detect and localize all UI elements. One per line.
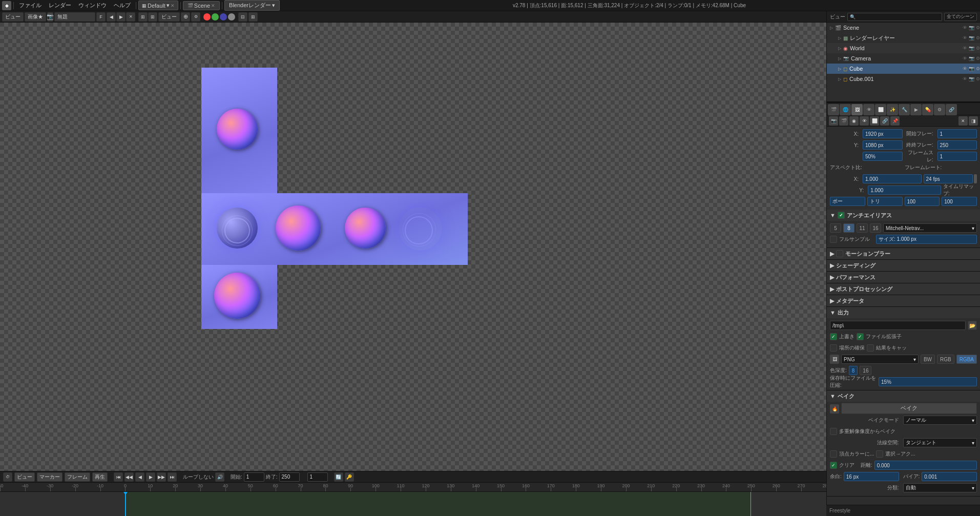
stamp-v1[interactable]: 100	[905, 197, 940, 206]
stamp-v2[interactable]: 100	[942, 197, 977, 206]
antialias-checkbox[interactable]: ✓	[838, 212, 845, 219]
depth-8-btn[interactable]: 8	[849, 366, 858, 375]
render-icon-render[interactable]: 🎬	[839, 116, 848, 126]
postprocessing-header[interactable]: ▶ ポストプロセッシング	[827, 283, 980, 295]
timeline-view-btn[interactable]: ビュー	[14, 472, 35, 482]
keyframe-btn[interactable]: 🔑	[345, 472, 354, 482]
current-frame-field[interactable]: 1	[307, 472, 328, 482]
extra-btn1[interactable]: ⊟	[238, 12, 247, 22]
bias-value[interactable]: 0.001	[922, 472, 977, 481]
output-header[interactable]: ▼ 出力	[827, 307, 980, 318]
timeline-track[interactable]	[0, 492, 826, 516]
tab-particles[interactable]: ✨	[887, 104, 898, 115]
nav-btn2[interactable]: ▶	[116, 12, 126, 22]
menu-file[interactable]: ファイル	[16, 1, 45, 10]
play-btn[interactable]: ▶	[146, 472, 155, 482]
render-icon-world[interactable]: ◉	[849, 116, 859, 126]
aspect-x-value[interactable]: 1.000	[863, 174, 922, 183]
aspect-y-value[interactable]: 1.000	[868, 185, 941, 195]
res-percent-value[interactable]: 50%	[863, 152, 903, 161]
settings-btn[interactable]: ⚙	[191, 12, 200, 22]
play-prev-btn[interactable]: ◀	[135, 472, 144, 482]
performance-header[interactable]: ▶ パフォーマンス	[827, 272, 980, 283]
color-red[interactable]	[203, 13, 211, 20]
outliner-filter[interactable]: 全てのシーン	[944, 13, 977, 21]
nav-btn1[interactable]: ◀	[107, 12, 116, 22]
image-icon[interactable]: 📷	[47, 12, 53, 22]
stamp-val1[interactable]: ポー	[830, 197, 865, 206]
play-start-btn[interactable]: ⏮	[114, 472, 123, 482]
panel-expand-btn[interactable]: ◨	[969, 116, 978, 126]
clear-checkbox[interactable]: ✓	[830, 462, 837, 469]
tab-render[interactable]: 🎬	[828, 104, 839, 115]
outliner-scene[interactable]: ▷ 🎬 Scene 👁 📷 ⚙	[827, 23, 980, 33]
outliner-cube001[interactable]: ▷ ◻ Cube.001 👁 📷 ⚙	[827, 74, 980, 84]
aa-16[interactable]: 16	[870, 223, 881, 233]
render-icon-extra[interactable]: 📌	[890, 116, 900, 126]
image-btn[interactable]: 画像★	[25, 12, 46, 22]
timeline-marker-btn[interactable]: マーカー	[37, 472, 62, 482]
outliner-search[interactable]: 🔍	[847, 13, 942, 21]
aa-5[interactable]: 5	[830, 223, 841, 233]
distance-value[interactable]: 0.000	[874, 461, 977, 470]
render-icon-link[interactable]: 🔗	[880, 116, 889, 126]
cache-checkbox[interactable]	[867, 344, 874, 352]
nav-btn3[interactable]: ✕	[126, 12, 135, 22]
rgb-btn[interactable]: RGB	[937, 355, 954, 364]
view-btn[interactable]: ビュー	[2, 12, 24, 22]
placeholders-checkbox[interactable]	[830, 344, 837, 352]
aa-8[interactable]: 8	[843, 223, 854, 233]
color-blue[interactable]	[220, 13, 227, 20]
menu-render[interactable]: レンダー	[46, 1, 74, 10]
file-ext-checkbox[interactable]: ✓	[857, 333, 864, 340]
bake-mode-select[interactable]: ノーマル ▾	[903, 416, 977, 425]
normal-space-select[interactable]: タンジェント ▾	[903, 438, 977, 447]
tab-output[interactable]: 🖼	[851, 104, 863, 115]
color-green[interactable]	[212, 13, 219, 20]
overwrite-checkbox[interactable]: ✓	[830, 333, 837, 340]
bake-button[interactable]: ベイク	[841, 403, 977, 414]
bake-header[interactable]: ▼ ベイク	[827, 390, 980, 402]
selected-active-checkbox[interactable]	[876, 450, 883, 458]
zoom-btn[interactable]: ⊕	[181, 12, 190, 22]
motionblur-checkbox[interactable]	[836, 250, 843, 257]
render-icon-obj[interactable]: ⬜	[870, 116, 879, 126]
audio-btn[interactable]: 🔊	[215, 472, 224, 482]
color-alpha[interactable]	[228, 13, 235, 20]
tab-material[interactable]: ⚙	[934, 104, 945, 115]
depth-16-btn[interactable]: 16	[860, 366, 871, 375]
tab-view[interactable]: 👁	[863, 104, 874, 115]
compress-value[interactable]: 15%	[879, 377, 977, 386]
extra-btn2[interactable]: ⊞	[248, 12, 258, 22]
name-field[interactable]: 無題	[54, 12, 95, 22]
vertex-colors-checkbox[interactable]	[830, 450, 837, 458]
multires-checkbox[interactable]	[830, 428, 837, 435]
format-select[interactable]: PNG ▾	[841, 355, 919, 364]
aa-filter-select[interactable]: Mitchell-Netrav... ▾	[883, 223, 977, 233]
shading-header[interactable]: ▶ シェーディング	[827, 260, 980, 271]
outliner-world[interactable]: ▷ ◉ World 👁 📷 ⚙	[827, 43, 980, 53]
antialias-header[interactable]: ▼ ✓ アンチエイリアス	[827, 210, 980, 221]
play-prev-frame-btn[interactable]: ◀◀	[124, 472, 134, 482]
outliner-cube[interactable]: ▷ ◻ Cube 👁 📷 ⚙	[827, 64, 980, 74]
fullsample-checkbox[interactable]	[830, 236, 837, 243]
tab-object[interactable]: ⬜	[875, 104, 886, 115]
fps-dropdown[interactable]	[974, 174, 977, 183]
res-y-value[interactable]: 1080 px	[863, 140, 903, 150]
frame-prev[interactable]: ⊞	[138, 12, 148, 22]
path-browse-btn[interactable]: 📂	[968, 321, 977, 330]
sync-btn[interactable]: 🔄	[334, 472, 343, 482]
stamp-val2[interactable]: トリ	[867, 197, 903, 206]
timeline-play-btn[interactable]: 再生	[92, 472, 108, 482]
f-btn[interactable]: F	[96, 12, 106, 22]
res-x-value[interactable]: 1920 px	[863, 129, 903, 138]
menu-help[interactable]: ヘルプ	[111, 1, 134, 10]
margin-value[interactable]: 16 px	[844, 472, 899, 481]
view2-btn[interactable]: ビュー	[158, 12, 180, 22]
timeline-frame-btn[interactable]: フレーム	[65, 472, 90, 482]
outliner-renderlayer[interactable]: ▷ ▦ レンダーレイヤー 👁 📷 ⚙	[827, 33, 980, 43]
render-icon-camera[interactable]: 📷	[829, 116, 838, 126]
tab-scene[interactable]: 🌐	[840, 104, 851, 115]
rgba-btn[interactable]: RGBA	[956, 355, 977, 364]
fps-value[interactable]: 24 fps	[924, 174, 973, 183]
